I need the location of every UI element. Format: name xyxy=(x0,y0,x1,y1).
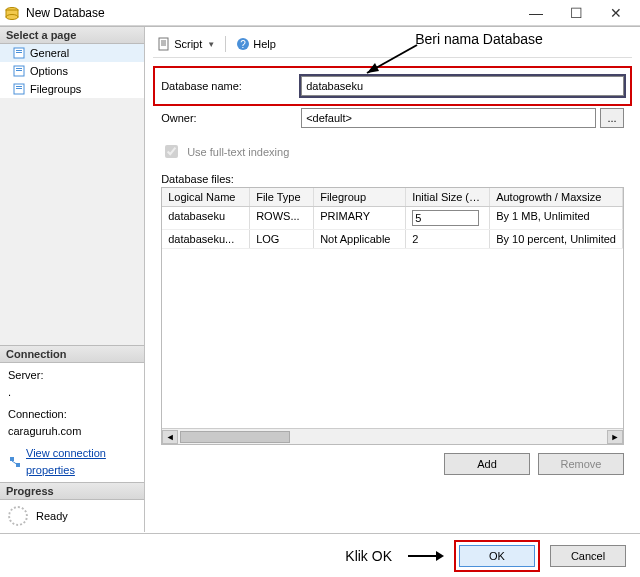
connection-label: Connection: xyxy=(8,406,136,423)
cell-autogrowth: By 10 percent, Unlimited xyxy=(490,230,623,248)
minimize-button[interactable]: — xyxy=(516,0,556,26)
annotation-arrow-icon xyxy=(355,41,425,81)
table-row[interactable]: databaseku... LOG Not Applicable 2 By 10… xyxy=(162,230,623,249)
sidebar-item-label: Filegroups xyxy=(30,83,81,95)
cell-file-type: LOG xyxy=(250,230,314,248)
cancel-button[interactable]: Cancel xyxy=(550,545,626,567)
help-button[interactable]: ? Help xyxy=(232,35,280,53)
initial-size-input[interactable] xyxy=(412,210,479,226)
sidebar: Select a page General Options Filegroups… xyxy=(0,27,145,532)
owner-input[interactable] xyxy=(301,108,596,128)
connection-header: Connection xyxy=(0,346,144,363)
svg-rect-7 xyxy=(16,68,22,69)
col-file-type[interactable]: File Type xyxy=(250,188,314,206)
server-value: . xyxy=(8,384,136,401)
maximize-button[interactable]: ☐ xyxy=(556,0,596,26)
svg-rect-12 xyxy=(10,457,14,461)
script-label: Script xyxy=(174,38,202,50)
owner-browse-button[interactable]: ... xyxy=(600,108,624,128)
svg-rect-15 xyxy=(159,38,168,50)
scroll-left-button[interactable]: ◄ xyxy=(162,430,178,444)
owner-label: Owner: xyxy=(161,112,301,124)
page-icon xyxy=(12,46,26,60)
ok-button[interactable]: OK xyxy=(459,545,535,567)
sidebar-item-general[interactable]: General xyxy=(0,44,144,62)
cell-autogrowth: By 1 MB, Unlimited xyxy=(490,207,623,229)
dialog-button-bar: Klik OK OK Cancel xyxy=(0,533,640,577)
col-logical-name[interactable]: Logical Name xyxy=(162,188,250,206)
help-icon: ? xyxy=(236,37,250,51)
progress-header: Progress xyxy=(0,483,144,500)
connection-icon xyxy=(8,455,22,469)
cell-filegroup: Not Applicable xyxy=(314,230,406,248)
sidebar-item-filegroups[interactable]: Filegroups xyxy=(0,80,144,98)
help-label: Help xyxy=(253,38,276,50)
svg-marker-21 xyxy=(436,551,444,561)
horizontal-scrollbar[interactable]: ◄ ► xyxy=(162,428,623,444)
sidebar-item-options[interactable]: Options xyxy=(0,62,144,80)
cell-initial-size[interactable] xyxy=(406,207,490,229)
select-page-header: Select a page xyxy=(0,27,144,44)
fulltext-checkbox xyxy=(165,145,178,158)
svg-marker-19 xyxy=(367,63,379,73)
col-initial-size[interactable]: Initial Size (MB) xyxy=(406,188,490,206)
app-icon xyxy=(4,5,20,21)
scroll-thumb[interactable] xyxy=(180,431,290,443)
svg-rect-10 xyxy=(16,86,22,87)
window-title: New Database xyxy=(26,6,516,20)
table-row[interactable]: databaseku ROWS... PRIMARY By 1 MB, Unli… xyxy=(162,207,623,230)
main-panel: Script ▼ ? Help Beri nama Database Datab… xyxy=(145,27,640,532)
annotation-klik-ok: Klik OK xyxy=(345,548,392,564)
remove-button: Remove xyxy=(538,453,624,475)
cell-filegroup: PRIMARY xyxy=(314,207,406,229)
progress-spinner-icon xyxy=(8,506,28,526)
script-button[interactable]: Script ▼ xyxy=(153,35,219,53)
ok-highlight-box: OK xyxy=(454,540,540,572)
scroll-right-button[interactable]: ► xyxy=(607,430,623,444)
add-button[interactable]: Add xyxy=(444,453,530,475)
annotation-beri-nama: Beri nama Database xyxy=(415,31,543,47)
close-button[interactable]: ✕ xyxy=(596,0,636,26)
database-name-input[interactable] xyxy=(301,76,624,96)
svg-text:?: ? xyxy=(240,39,246,50)
database-files-label: Database files: xyxy=(153,173,632,185)
cell-initial-size: 2 xyxy=(406,230,490,248)
server-label: Server: xyxy=(8,367,136,384)
svg-rect-11 xyxy=(16,88,22,89)
titlebar: New Database — ☐ ✕ xyxy=(0,0,640,26)
cell-logical-name: databaseku... xyxy=(162,230,250,248)
col-filegroup[interactable]: Filegroup xyxy=(314,188,406,206)
sidebar-item-label: General xyxy=(30,47,69,59)
svg-point-2 xyxy=(6,14,18,19)
sidebar-item-label: Options xyxy=(30,65,68,77)
col-autogrowth[interactable]: Autogrowth / Maxsize xyxy=(490,188,623,206)
svg-rect-4 xyxy=(16,50,22,51)
page-icon xyxy=(12,82,26,96)
page-icon xyxy=(12,64,26,78)
cell-file-type: ROWS... xyxy=(250,207,314,229)
svg-rect-5 xyxy=(16,52,22,53)
view-connection-properties-link[interactable]: View connection properties xyxy=(26,445,136,478)
annotation-arrow-right-icon xyxy=(408,549,444,563)
db-name-label: Database name: xyxy=(161,80,301,92)
chevron-down-icon: ▼ xyxy=(207,40,215,49)
database-files-grid[interactable]: Logical Name File Type Filegroup Initial… xyxy=(161,187,624,445)
connection-value: caraguruh.com xyxy=(8,423,136,440)
cell-logical-name: databaseku xyxy=(162,207,250,229)
progress-status: Ready xyxy=(36,510,68,522)
script-icon xyxy=(157,37,171,51)
fulltext-label: Use full-text indexing xyxy=(187,146,289,158)
svg-rect-8 xyxy=(16,70,22,71)
